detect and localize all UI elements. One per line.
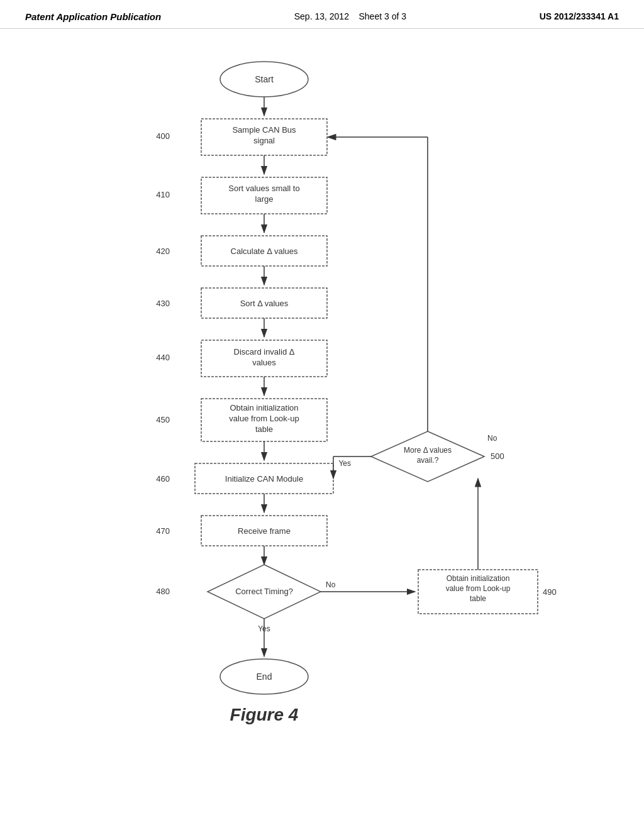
node-480-no: No — [326, 580, 336, 589]
node-440-label-1: Discard invalid Δ — [234, 347, 295, 357]
publication-title: Patent Application Publication — [25, 11, 161, 22]
node-410-label-2: large — [255, 194, 274, 204]
node-500-yes: Yes — [338, 459, 351, 468]
node-400-label-2: signal — [253, 136, 275, 145]
node-490-num: 490 — [543, 587, 557, 597]
figure-label: Figure 4 — [230, 705, 299, 724]
node-410-num: 410 — [156, 190, 170, 199]
start-label: Start — [255, 74, 274, 84]
node-450-num: 450 — [156, 415, 170, 424]
node-500-num: 500 — [491, 451, 504, 461]
publication-date-sheet: Sep. 13, 2012 Sheet 3 of 3 — [294, 11, 406, 21]
page-header: Patent Application Publication Sep. 13, … — [0, 0, 644, 29]
node-460-label: Initialize CAN Module — [225, 474, 303, 484]
node-440-label-2: values — [252, 358, 276, 367]
node-490-label-1: Obtain initialization — [447, 574, 510, 583]
node-420-label: Calculate Δ values — [231, 246, 298, 256]
node-470-num: 470 — [156, 526, 170, 536]
node-450-label-1: Obtain initialization — [230, 403, 298, 412]
node-430-label: Sort Δ values — [240, 299, 289, 308]
node-420-num: 420 — [156, 246, 170, 256]
node-480-label: Correct Timing? — [235, 587, 293, 596]
publication-number: US 2012/233341 A1 — [540, 11, 619, 21]
node-460-num: 460 — [156, 474, 170, 484]
node-500-no: No — [487, 434, 497, 443]
node-410-label-1: Sort values small to — [228, 184, 299, 193]
node-450-label-2: value from Look-up — [229, 414, 299, 423]
node-400-num: 400 — [156, 131, 170, 141]
node-500-label-2: avail.? — [417, 456, 439, 465]
node-490-label-3: table — [470, 594, 486, 603]
node-480-num: 480 — [156, 587, 170, 596]
node-400-label-1: Sample CAN Bus — [232, 125, 296, 135]
node-470-label: Receive frame — [238, 526, 291, 536]
end-label: End — [257, 672, 272, 682]
node-430-num: 430 — [156, 299, 170, 308]
node-500-label-1: More Δ values — [404, 446, 452, 455]
node-440-num: 440 — [156, 353, 170, 362]
flowchart-diagram: Start Sample CAN Bus signal 400 Sort val… — [0, 29, 644, 796]
node-490-label-2: value from Look-up — [446, 584, 511, 593]
node-450-label-3: table — [255, 424, 273, 434]
